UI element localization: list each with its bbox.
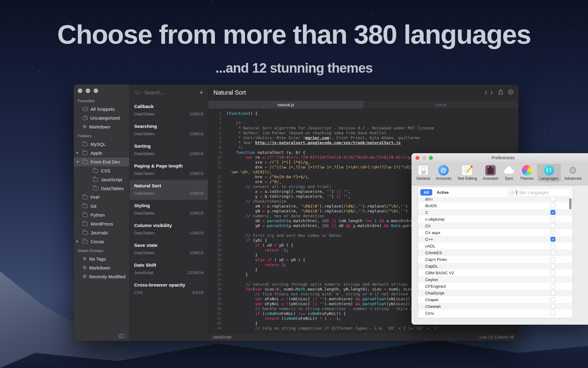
segment-active[interactable]: Active [437, 190, 449, 195]
prefs-tab-sync[interactable]: Sync [501, 164, 517, 182]
zoom-button[interactable] [94, 88, 98, 93]
sidebar-item-css[interactable]: CSS [74, 166, 129, 175]
sidebar-item-mysql[interactable]: MySQL [74, 140, 129, 149]
language-row-c-objdump[interactable]: c-objdump [418, 216, 573, 222]
language-row-bst[interactable]: BST [418, 198, 573, 202]
language-row-cheetah[interactable]: Cheetah [418, 303, 573, 310]
language-row-chapel[interactable]: Chapel [418, 296, 573, 303]
language-row-c[interactable]: C++✓ [418, 236, 573, 243]
sidebar-item-php[interactable]: PHP [74, 193, 129, 202]
folder-icon [83, 222, 88, 226]
language-checkbox[interactable] [551, 223, 555, 228]
language-checkbox[interactable] [551, 284, 555, 289]
segment-all[interactable]: All [420, 189, 432, 196]
snippet-row-sorting[interactable]: SortingDataTables1/26/15 [130, 140, 208, 160]
language-checkbox[interactable] [551, 304, 555, 309]
language-row-c[interactable]: C✓ [418, 209, 573, 216]
status-language[interactable]: JavaScript [213, 335, 231, 339]
snippet-row-paging-page-length[interactable]: Paging & Page lengthDataTables1/26/15 [130, 160, 208, 180]
sidebar-toggle-icon[interactable] [118, 334, 125, 338]
sidebar-item-journals[interactable]: Journals [74, 228, 129, 237]
sidebar-item-wordpress[interactable]: WordPress [74, 219, 129, 228]
language-checkbox[interactable]: ✓ [551, 237, 555, 242]
sidebar-item-no-tags[interactable]: ⚙No Tags [74, 254, 129, 263]
language-row-bugs[interactable]: BUGS [418, 202, 573, 209]
language-checkbox[interactable] [551, 297, 555, 302]
sidebar-item-uncategorized[interactable]: Uncategorized [74, 114, 129, 122]
minimize-button[interactable] [86, 88, 90, 93]
language-row-camkes[interactable]: CAmkES [418, 249, 573, 256]
language-row-cfengine3[interactable]: CFEngine3 [418, 283, 573, 290]
language-checkbox[interactable] [551, 244, 555, 248]
disclosure-down-icon[interactable] [77, 161, 79, 163]
tab-natural-js[interactable]: natural.js [208, 101, 363, 109]
snippet-row-searching[interactable]: SearchingDataTables1/26/15 [130, 120, 208, 140]
language-checkbox[interactable] [551, 257, 555, 262]
prefs-tab-text-editing[interactable]: Text Editing [455, 164, 479, 182]
prefs-tab-accounts[interactable]: Accounts [433, 164, 454, 182]
sidebar-item-python[interactable]: Python [74, 211, 129, 219]
search-bar[interactable]: Search... + [130, 85, 208, 100]
language-row-chaiscript[interactable]: ChaiScript [418, 290, 573, 296]
snippet-row-date-shift[interactable]: Date ShiftJavaScript12/30/14 [130, 259, 208, 279]
language-row-c[interactable]: C# [418, 222, 573, 229]
language-checkbox[interactable] [551, 250, 555, 255]
zoom-button[interactable] [429, 156, 433, 160]
language-checkbox[interactable] [551, 311, 555, 316]
share-icon[interactable] [498, 89, 503, 96]
snippet-row-styling[interactable]: StylingDataTables1/26/15 [130, 200, 208, 219]
language-checkbox[interactable] [551, 290, 555, 295]
snippet-row-natural-sort[interactable]: Natural SortDataTables1/26/15 [130, 180, 208, 200]
language-checkbox[interactable] [551, 230, 555, 235]
language-checkbox[interactable] [551, 264, 555, 269]
minimize-button[interactable] [422, 156, 426, 160]
sidebar-item-markdown[interactable]: ⚙Markdown [74, 263, 129, 272]
prefs-tab-themes[interactable]: Themes [518, 164, 536, 182]
line-number: 31 [212, 262, 221, 267]
close-button[interactable] [415, 156, 419, 160]
scrollbar-thumb[interactable] [569, 198, 572, 209]
language-row-cirru[interactable]: Cirru [418, 310, 573, 316]
sidebar-item-apple[interactable]: Apple [74, 149, 129, 157]
prefs-tab-general[interactable]: General [414, 164, 432, 182]
snippet-row-cross-browser-opacity[interactable]: Cross-browser opacityCSS3/1/14 [130, 279, 208, 299]
sidebar-item-all-snippets[interactable]: All Snippets [74, 105, 129, 114]
sidebar-item-javascript[interactable]: JavaScript [74, 175, 129, 184]
sidebar-item-recently-modified[interactable]: ⚙Recently Modified [74, 272, 129, 281]
language-checkbox[interactable] [551, 203, 555, 208]
language-row-cap-n-proto[interactable]: Cap'n Proto [418, 256, 573, 263]
snippet-row-save-state[interactable]: Save stateDataTables1/26/15 [130, 239, 208, 259]
sidebar-item-cocoa[interactable]: Cocoa [74, 237, 129, 246]
disclosure-right-icon[interactable] [77, 240, 78, 243]
snippet-row-callback[interactable]: CallbackDataTables1/26/15 [130, 100, 208, 120]
prefs-tab-languages[interactable]: Languages [537, 164, 561, 182]
language-row-ceylon[interactable]: Ceylon [418, 276, 573, 283]
language-row-c-aspx[interactable]: C# aspx [418, 229, 573, 236]
sidebar-item-front-end-dev[interactable]: Front End Dev [74, 157, 129, 166]
sidebar-item-git[interactable]: Git [74, 202, 129, 211]
snippet-row-column-visibility[interactable]: Column visibilityDataTables1/26/15 [130, 219, 208, 239]
language-row-cadl[interactable]: cADL [418, 243, 573, 249]
snippet-type: CSS [134, 290, 143, 295]
language-row-cbm-basic-v2[interactable]: CBM BASIC V2 [418, 269, 573, 276]
add-fragment-icon[interactable] [508, 89, 513, 96]
filter-languages-input[interactable]: Filter Languages [508, 189, 571, 197]
disclosure-right-icon[interactable] [77, 152, 78, 154]
tab-use-js[interactable]: use.js [363, 101, 519, 109]
language-checkbox[interactable]: ✓ [551, 210, 555, 215]
language-checkbox[interactable] [551, 198, 555, 201]
language-checkbox[interactable] [551, 277, 555, 282]
sidebar-item-markdown[interactable]: ⚙Markdown [74, 122, 129, 131]
prefs-tab-assistant[interactable]: Assistant [480, 164, 501, 182]
folder-icon [93, 187, 98, 190]
line-number: 6 [212, 135, 221, 140]
language-braces-icon[interactable]: { } [485, 90, 493, 95]
add-snippet-button[interactable]: + [199, 89, 203, 96]
language-checkbox[interactable] [551, 217, 555, 222]
search-input[interactable]: Search... [144, 90, 164, 96]
sidebar-item-datatables[interactable]: DataTables [74, 184, 129, 193]
language-checkbox[interactable] [551, 270, 555, 275]
prefs-tab-advanced[interactable]: ⚙Advanced [562, 164, 584, 182]
language-row-capdl[interactable]: CapDL [418, 263, 573, 269]
close-button[interactable] [78, 88, 82, 93]
